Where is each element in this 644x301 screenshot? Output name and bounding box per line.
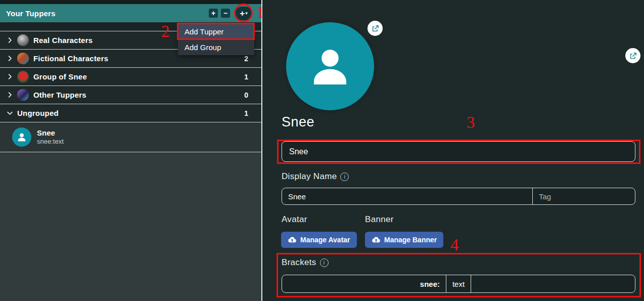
profile-avatar: [286, 22, 374, 110]
external-link-icon: [629, 52, 637, 60]
menu-item-add-tupper[interactable]: Add Tupper: [178, 24, 254, 39]
display-name-tag-group: [282, 188, 635, 205]
bracket-suffix-input[interactable]: [471, 275, 635, 292]
tupper-brackets-preview: snee:text: [37, 138, 64, 146]
tupper-name-input[interactable]: [282, 141, 635, 162]
tupperbox-dashboard: Your Tuppers + − + ▾ Real Characters Fic…: [0, 0, 644, 301]
banner-label: Banner: [365, 214, 394, 225]
group-row-other-tuppers[interactable]: Other Tuppers 0: [0, 86, 261, 104]
chevron-right-icon: [4, 72, 15, 81]
expand-all-button[interactable]: +: [209, 9, 218, 18]
tupper-title: Snee: [282, 114, 314, 130]
group-count: 1: [244, 109, 248, 117]
group-avatar: [17, 34, 29, 46]
external-link-icon: [371, 24, 380, 33]
panel-top-strip: [0, 0, 261, 4]
chevron-down-icon: [4, 109, 15, 118]
group-label: Group of Snee: [33, 72, 244, 81]
bracket-prefix-input[interactable]: [282, 275, 446, 292]
avatar-label: Avatar: [282, 214, 307, 225]
chevron-down-icon: ▾: [245, 11, 248, 16]
chevron-right-icon: [4, 91, 15, 100]
minus-icon: −: [223, 9, 227, 17]
group-label: Fictional Characters: [33, 54, 244, 63]
tag-input[interactable]: [533, 188, 635, 204]
group-row-group-of-snee[interactable]: Group of Snee 1: [0, 68, 261, 86]
info-icon[interactable]: i: [340, 173, 349, 181]
tupper-avatar: [12, 127, 31, 147]
bracket-text-placeholder: text: [446, 275, 471, 292]
open-banner-external-link-button[interactable]: [625, 48, 640, 63]
collapse-all-button[interactable]: −: [221, 9, 230, 18]
manage-avatar-label: Manage Avatar: [300, 236, 350, 244]
profile-avatar-ring: [283, 19, 378, 114]
open-avatar-external-link-button[interactable]: [367, 21, 383, 36]
display-name-label: Display Name i: [282, 171, 349, 182]
brackets-label: Brackets i: [282, 257, 329, 268]
tupper-name: Snee: [37, 128, 64, 138]
add-dropdown-button[interactable]: + ▾: [235, 7, 252, 20]
plus-icon: +: [240, 9, 245, 18]
tupper-editor-panel: Snee Display Name i Avatar Banner Manage…: [271, 0, 644, 301]
group-row-ungrouped[interactable]: Ungrouped 1: [0, 104, 261, 122]
manage-banner-button[interactable]: Manage Banner: [365, 232, 443, 248]
brackets-label-text: Brackets: [282, 257, 316, 268]
group-label: Other Tuppers: [33, 91, 244, 99]
tuppers-panel-header: Your Tuppers + − + ▾: [0, 4, 261, 22]
group-count: 0: [244, 91, 248, 99]
group-avatar: [17, 71, 29, 82]
manage-banner-label: Manage Banner: [384, 236, 437, 244]
group-avatar: [17, 53, 29, 64]
cloud-upload-icon: [288, 235, 297, 244]
chevron-right-icon: [4, 36, 15, 45]
group-avatar: [17, 89, 29, 101]
manage-avatar-button[interactable]: Manage Avatar: [281, 232, 357, 248]
menu-item-add-group[interactable]: Add Group: [178, 39, 254, 55]
brackets-input-group: text: [282, 275, 635, 293]
group-count: 1: [244, 73, 248, 81]
panel-title: Your Tuppers: [6, 9, 206, 18]
cloud-upload-icon: [372, 235, 381, 244]
tupper-list-item-snee[interactable]: Snee snee:text: [0, 122, 261, 152]
add-dropdown-menu: Add Tupper Add Group: [178, 24, 254, 55]
group-count: 2: [244, 55, 248, 63]
display-name-input[interactable]: [282, 188, 532, 204]
info-icon[interactable]: i: [320, 259, 329, 267]
group-label: Ungrouped: [17, 109, 244, 117]
display-name-label-text: Display Name: [282, 171, 337, 182]
plus-icon: +: [211, 9, 215, 17]
chevron-right-icon: [4, 54, 15, 63]
